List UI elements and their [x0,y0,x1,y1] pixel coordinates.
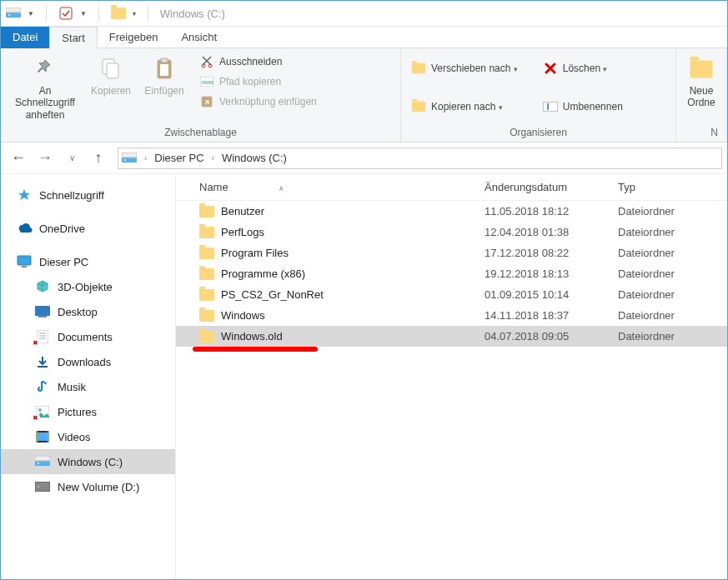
sort-ascending-icon: ∧ [279,184,284,192]
tab-start[interactable]: Start [49,27,97,48]
address-bar[interactable]: › Dieser PC › Windows (C:) [118,148,722,169]
rename-button[interactable]: Umbenennen [540,97,626,117]
file-type: Dateiordner [610,247,727,259]
folder-icon [111,8,126,19]
cut-button[interactable]: Ausschneiden [196,52,320,72]
new-folder-button[interactable]: Neue Ordne [683,52,720,112]
folder-icon [199,227,214,238]
sidebar-documents[interactable]: Documents [1,324,175,349]
copy-to-button[interactable]: Kopieren nach ▾ [408,97,521,117]
folder-icon [199,206,214,218]
forward-button[interactable]: → [33,146,58,171]
ribbon: An Schnellzugriff anheften Kopieren Einf… [1,48,727,142]
file-row[interactable]: Programme (x86)19.12.2018 18:13Dateiordn… [176,263,727,284]
folder-icon [199,331,214,342]
file-type: Dateiordner [610,205,727,218]
file-type: Dateiordner [610,226,727,238]
file-date: 01.09.2015 10:14 [476,288,610,301]
file-row[interactable]: Program Files17.12.2018 08:22Dateiordner [176,242,727,263]
ribbon-group-organize-label: Organisieren [408,127,669,140]
file-list: Name∧ Änderungsdatum Typ Benutzer11.05.2… [176,174,727,579]
tab-view[interactable]: Ansicht [169,27,228,48]
sidebar-downloads[interactable]: Downloads [1,349,175,374]
file-name: Programme (x86) [221,268,305,280]
move-to-button[interactable]: Verschieben nach ▾ [408,58,521,78]
file-row[interactable]: Windows14.11.2018 18:37Dateiordner [176,305,727,326]
svg-rect-22 [38,316,47,318]
sidebar-drive-c[interactable]: Windows (C:) [1,449,175,474]
copy-button[interactable]: Kopieren [86,52,136,100]
svg-rect-3 [60,8,72,19]
svg-rect-32 [36,431,38,442]
file-name: Windows [221,309,265,322]
sidebar-onedrive[interactable]: OneDrive [1,216,175,241]
properties-icon[interactable] [58,6,73,21]
svg-rect-8 [160,64,168,76]
sidebar-quick-access[interactable]: Schnellzugriff [1,182,175,208]
sidebar-this-pc[interactable]: Dieser PC [1,249,175,274]
file-name: PS_CS2_Gr_NonRet [221,288,324,301]
copy-path-button[interactable]: www Pfad kopieren [196,72,320,92]
navigation-bar: ← → ∨ ↑ › Dieser PC › Windows (C:) [1,142,727,174]
file-row[interactable]: PerfLogs12.04.2018 01:38Dateiordner [176,222,727,242]
column-date[interactable]: Änderungsdatum [476,181,610,193]
error-badge-icon [30,338,40,348]
qat-customize-icon[interactable]: ▾ [133,10,136,18]
column-name[interactable]: Name∧ [176,181,476,193]
window-title: Windows (C:) [160,8,225,20]
svg-rect-14 [543,102,558,112]
svg-rect-17 [122,152,137,158]
ribbon-tabs: Datei Start Freigeben Ansicht [1,27,727,48]
file-type: Dateiordner [610,268,727,280]
svg-rect-5 [107,63,118,78]
annotation-red-underline [193,347,318,352]
svg-rect-34 [35,461,50,466]
sidebar-desktop[interactable]: Desktop [1,299,175,324]
file-date: 19.12.2018 18:13 [476,268,610,280]
file-name: Benutzer [221,205,264,218]
history-dropdown-button[interactable]: ∨ [59,146,84,171]
svg-rect-13 [202,97,212,107]
back-button[interactable]: ← [6,146,31,171]
file-row[interactable]: PS_CS2_Gr_NonRet01.09.2015 10:14Dateiord… [176,284,727,305]
folder-icon [199,289,214,301]
svg-point-18 [124,159,126,161]
svg-rect-19 [18,256,31,265]
file-date: 11.05.2018 18:12 [476,205,610,218]
svg-rect-16 [122,158,137,162]
tab-file[interactable]: Datei [1,27,49,48]
svg-point-29 [38,408,42,412]
breadcrumb-location[interactable]: Windows (C:) [217,148,292,168]
svg-rect-31 [38,432,48,441]
sidebar-drive-d[interactable]: New Volume (D:) [1,474,175,499]
svg-rect-37 [35,482,50,492]
svg-rect-20 [22,266,27,268]
file-date: 17.12.2018 08:22 [476,247,610,259]
file-type: Dateiordner [610,330,727,342]
paste-shortcut-button[interactable]: Verknüpfung einfügen [196,92,320,112]
sidebar-videos[interactable]: Videos [1,424,175,449]
svg-rect-33 [48,431,49,442]
folder-icon [199,310,214,322]
breadcrumb-root[interactable]: Dieser PC [149,148,208,168]
qat-dropdown-icon[interactable]: ▼ [28,10,34,18]
paste-button[interactable]: Einfügen [139,52,189,100]
file-row[interactable]: Windows.old04.07.2018 09:05Dateiordner [176,326,727,347]
qat-dropdown-2-icon[interactable]: ▼ [80,10,87,18]
svg-point-38 [38,486,39,488]
sidebar-pictures[interactable]: Pictures [1,399,175,424]
folder-icon [199,248,214,259]
svg-rect-35 [35,456,50,461]
ribbon-group-new-label: N [683,127,720,140]
sidebar-music[interactable]: Musik [1,374,175,399]
sidebar-3d-objects[interactable]: 3D-Objekte [1,274,175,299]
up-button[interactable]: ↑ [86,146,111,171]
file-row[interactable]: Benutzer11.05.2018 18:12Dateiordner [176,201,727,222]
tab-share[interactable]: Freigeben [98,27,170,48]
ribbon-group-clipboard-label: Zwischenablage [8,127,394,140]
pin-to-quick-access-button[interactable]: An Schnellzugriff anheften [8,52,83,124]
svg-rect-1 [6,8,21,12]
delete-button[interactable]: Löschen ▾ [540,58,626,78]
file-name: Program Files [221,247,289,259]
column-type[interactable]: Typ [610,181,727,193]
